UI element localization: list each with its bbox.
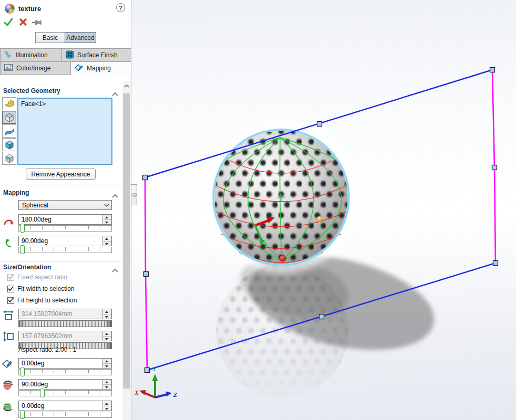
cancel-button[interactable] — [18, 17, 28, 27]
size-orientation-header: Size/Orientation — [3, 264, 51, 271]
rotation-field-5[interactable]: 0.00deg — [18, 401, 112, 411]
chevron-down-icon — [102, 204, 111, 207]
spinner[interactable] — [102, 380, 111, 389]
panel-flyout-tab[interactable] — [131, 184, 137, 205]
surface-icon — [4, 127, 15, 135]
graphics-area[interactable]: X Y Z — [131, 0, 516, 420]
spinner[interactable] — [102, 309, 111, 319]
rotate-red-arrow-icon — [2, 215, 15, 228]
ok-button[interactable] — [4, 17, 13, 27]
appearance-ball-icon — [5, 4, 15, 14]
frame-handle — [493, 261, 498, 266]
frame-handle — [490, 68, 495, 72]
yellow-handle[interactable] — [317, 216, 322, 222]
height-icon — [2, 330, 15, 343]
selected-geometry-header: Selected Geometry — [3, 87, 60, 94]
rotation-slider-2[interactable] — [18, 247, 112, 253]
mapping-section-header: Mapping — [3, 189, 29, 196]
remove-appearance-button[interactable]: Remove Appearance — [26, 169, 96, 180]
tab-illumination[interactable]: Illumination — [0, 48, 62, 62]
scene-svg: X Y Z — [131, 0, 516, 420]
spinner[interactable] — [102, 331, 111, 341]
panel-scrollbar[interactable] — [122, 81, 131, 420]
x-axis-arrow-icon — [139, 390, 146, 395]
spinner[interactable] — [102, 359, 111, 368]
rotation-slider-3[interactable] — [18, 369, 112, 375]
triad-y-label: Y — [152, 365, 157, 373]
mapping-height-field: 157.07963502mm — [18, 331, 112, 341]
y-axis-arrow-icon — [152, 374, 158, 381]
rotation-slider-5[interactable] — [18, 412, 112, 418]
rotation-field-4[interactable]: 90.00deg — [18, 379, 112, 390]
face-icon — [4, 112, 15, 122]
scroll-up-icon[interactable] — [122, 81, 131, 91]
orientation-triad: X Y Z — [134, 365, 178, 398]
rotation-field-2[interactable]: 90.00deg — [18, 236, 112, 246]
width-slider-disabled — [18, 320, 112, 327]
mapping-type-select[interactable]: Spherical — [18, 200, 112, 210]
triad-z-label: Z — [173, 391, 178, 398]
mapping-width-field: 314.15927004mm — [18, 309, 112, 319]
fit-width-checkbox[interactable]: Fit width to selection — [7, 285, 75, 292]
filter-body-button[interactable] — [2, 138, 16, 151]
panel-title: texture — [18, 5, 41, 13]
frame-handle — [143, 175, 148, 180]
mapping-rotation-icon — [1, 358, 15, 370]
mapping-icon — [75, 64, 84, 74]
axis-rotation-red-icon — [1, 379, 15, 391]
illumination-icon — [4, 50, 13, 60]
tab-color-image[interactable]: Color/Image — [0, 61, 71, 75]
rotation-slider-4[interactable] — [18, 390, 112, 396]
spinner[interactable] — [102, 215, 111, 224]
aspect-ratio-text: Aspect ratio: 2.00 : 1 — [18, 346, 76, 353]
body-icon — [4, 140, 15, 150]
spinner[interactable] — [102, 236, 111, 246]
collapse-chevron-icon[interactable] — [112, 89, 118, 93]
rotation-field-3[interactable]: 0.00deg — [18, 358, 112, 369]
scrollbar-thumb[interactable] — [123, 93, 130, 388]
frame-handle — [144, 272, 149, 277]
help-icon[interactable]: ? — [116, 3, 125, 12]
basic-mode-button[interactable]: Basic — [35, 32, 65, 43]
filter-feature-button[interactable] — [2, 152, 16, 165]
color-image-icon — [4, 64, 13, 73]
axis-rotation-green-icon — [1, 400, 15, 413]
tab-mapping[interactable]: Mapping — [70, 61, 131, 75]
pin-icon[interactable] — [32, 19, 42, 26]
triad-x-label: X — [134, 389, 139, 396]
red-handle[interactable] — [280, 255, 286, 261]
property-manager-panel: texture ? Basic Advanced Illumination Su… — [0, 0, 131, 420]
part-icon — [4, 99, 15, 109]
filter-surface-button[interactable] — [2, 124, 16, 138]
frame-handle — [492, 165, 497, 170]
tab-surface-finish[interactable]: Surface Finish — [61, 48, 131, 62]
width-icon — [2, 309, 15, 321]
frame-handle — [319, 314, 324, 319]
rotation-slider-1[interactable] — [18, 225, 112, 232]
collapse-chevron-icon[interactable] — [112, 265, 118, 269]
z-axis-arrow-icon — [166, 392, 172, 397]
surface-finish-icon — [66, 50, 74, 60]
fixed-aspect-ratio-checkbox: Fixed aspect ratio — [7, 274, 67, 281]
fit-height-checkbox[interactable]: Fit height to selection — [7, 297, 77, 304]
flyout-handle-icon[interactable] — [132, 193, 137, 197]
filter-part-button[interactable] — [2, 97, 16, 110]
sphere-model[interactable] — [194, 127, 370, 270]
rotate-green-arrow-icon — [2, 237, 15, 249]
frame-handle — [317, 122, 322, 127]
rotation-field-1[interactable]: 180.00deg — [18, 214, 112, 225]
spinner[interactable] — [102, 401, 111, 411]
feature-icon — [4, 153, 15, 163]
selected-geometry-list[interactable]: Face<1> — [17, 98, 112, 165]
collapse-chevron-icon[interactable] — [112, 191, 118, 195]
advanced-mode-button[interactable]: Advanced — [65, 32, 96, 43]
list-item[interactable]: Face<1> — [21, 100, 109, 108]
filter-face-button[interactable] — [2, 111, 16, 124]
frame-handle — [145, 368, 150, 373]
